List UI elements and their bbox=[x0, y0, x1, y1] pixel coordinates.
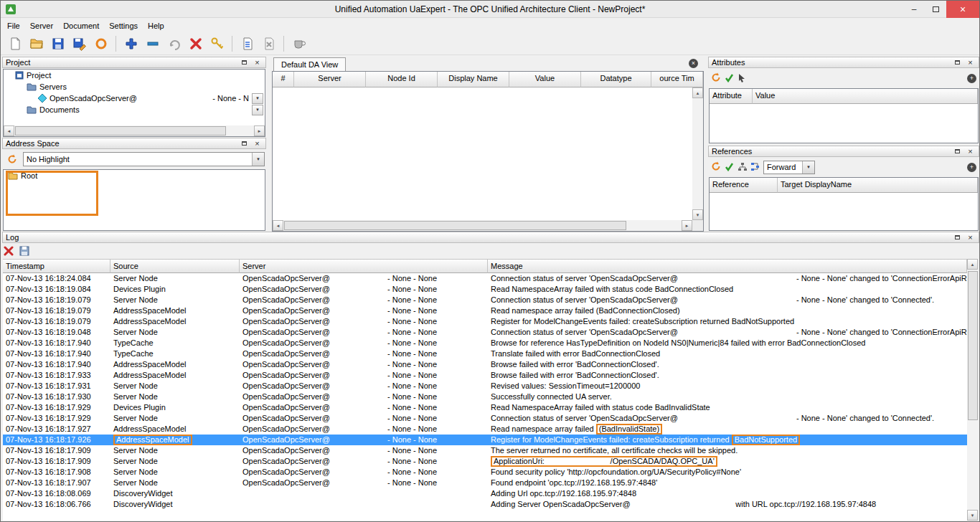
log-row[interactable]: 07-Nov-13 16:18:17.940 AddressSpaceModel… bbox=[3, 359, 967, 370]
log-row[interactable]: 07-Nov-13 16:18:17.909 Server Node OpenS… bbox=[3, 456, 967, 467]
column-header-sourcetime[interactable]: ource Tim bbox=[651, 72, 703, 87]
save-project-as-icon[interactable] bbox=[70, 34, 89, 53]
add-reference-icon[interactable]: + bbox=[967, 163, 976, 172]
add-document-icon[interactable] bbox=[237, 34, 257, 53]
menu-help[interactable]: Help bbox=[143, 20, 169, 32]
tree-item-server[interactable]: OpenScadaOpcServer@ - None - N ▼ bbox=[4, 92, 265, 104]
project-close-button[interactable]: × bbox=[252, 58, 263, 67]
column-header-attribute[interactable]: Attribute bbox=[710, 89, 753, 104]
attributes-close-button[interactable]: × bbox=[965, 58, 976, 67]
apply-check-icon[interactable] bbox=[725, 73, 734, 84]
column-header-value[interactable]: Value bbox=[509, 72, 581, 87]
project-hscrollbar[interactable]: ◄ ► bbox=[4, 125, 265, 136]
references-close-button[interactable]: × bbox=[965, 147, 976, 156]
log-row[interactable]: 07-Nov-13 16:18:19.079 AddressSpaceModel… bbox=[3, 305, 967, 316]
log-row[interactable]: 07-Nov-13 16:18:17.927 AddressSpaceModel… bbox=[3, 424, 967, 435]
log-row[interactable]: 07-Nov-13 16:18:17.930 Server Node OpenS… bbox=[3, 392, 967, 402]
log-row[interactable]: 07-Nov-13 16:18:24.084 Server Node OpenS… bbox=[3, 273, 967, 284]
log-row[interactable]: 07-Nov-13 16:18:19.079 AddressSpaceModel… bbox=[3, 316, 967, 327]
column-header-server[interactable]: Server bbox=[240, 259, 488, 273]
refresh-icon[interactable] bbox=[711, 161, 721, 173]
address-space-close-button[interactable]: × bbox=[252, 139, 263, 148]
scroll-right-icon[interactable]: ► bbox=[682, 220, 692, 231]
log-float-button[interactable] bbox=[952, 233, 963, 242]
menu-settings[interactable]: Settings bbox=[104, 20, 143, 32]
menu-server[interactable]: Server bbox=[25, 20, 58, 32]
log-row[interactable]: 07-Nov-13 16:18:17.931 Server Node OpenS… bbox=[3, 381, 967, 392]
column-header-value[interactable]: Value bbox=[753, 89, 978, 104]
hierarchy-icon[interactable] bbox=[738, 162, 747, 173]
chevron-down-icon[interactable]: ▼ bbox=[252, 105, 263, 115]
log-row[interactable]: 07-Nov-13 16:18:17.909 Server Node OpenS… bbox=[3, 445, 967, 456]
scroll-right-icon[interactable]: ► bbox=[254, 125, 265, 136]
tab-default-da-view[interactable]: Default DA View bbox=[273, 57, 346, 71]
maximize-button[interactable] bbox=[925, 1, 946, 18]
close-button[interactable]: × bbox=[946, 1, 979, 18]
log-row[interactable]: 07-Nov-13 16:18:17.929 Devices Plugin Op… bbox=[3, 402, 967, 413]
save-log-icon[interactable] bbox=[19, 246, 29, 257]
direction-combo[interactable]: Forward ▼ bbox=[763, 161, 815, 174]
new-document-icon[interactable] bbox=[5, 34, 24, 53]
highlight-combo[interactable]: No Highlight ▼ bbox=[23, 152, 265, 166]
tree-item-project[interactable]: Project bbox=[4, 70, 265, 81]
add-server-icon[interactable] bbox=[121, 34, 141, 53]
column-header-reference[interactable]: Reference bbox=[710, 178, 778, 193]
column-header-message[interactable]: Message bbox=[488, 259, 967, 273]
column-header-timestamp[interactable]: Timestamp bbox=[3, 259, 110, 273]
refresh-icon[interactable] bbox=[711, 72, 721, 84]
tree-item-documents[interactable]: Documents ▼ bbox=[4, 104, 265, 115]
scroll-down-icon[interactable]: ▼ bbox=[967, 510, 978, 521]
scroll-down-icon[interactable]: ▼ bbox=[692, 209, 703, 220]
log-row[interactable]: 07-Nov-13 16:18:17.940 TypeCache OpenSca… bbox=[3, 348, 967, 359]
call-method-icon[interactable] bbox=[289, 34, 308, 53]
refresh-icon[interactable] bbox=[4, 152, 21, 166]
menu-file[interactable]: File bbox=[2, 20, 25, 32]
log-row[interactable]: 07-Nov-13 16:18:17.908 Server Node OpenS… bbox=[3, 467, 967, 478]
da-hscrollbar[interactable]: ◄ ► bbox=[273, 220, 692, 231]
menu-document[interactable]: Document bbox=[58, 20, 104, 32]
scroll-left-icon[interactable]: ◄ bbox=[273, 220, 283, 231]
log-vscrollbar[interactable]: ▲ ▼ bbox=[967, 259, 979, 521]
log-row[interactable]: 07-Nov-13 16:18:17.907 Server Node OpenS… bbox=[3, 478, 967, 488]
remove-server-icon[interactable] bbox=[143, 34, 162, 53]
log-row[interactable]: 07-Nov-13 16:18:17.929 Server Node OpenS… bbox=[3, 413, 967, 424]
clear-log-icon[interactable] bbox=[4, 246, 14, 257]
column-header-server[interactable]: Server bbox=[294, 72, 366, 87]
reconnect-server-icon[interactable] bbox=[164, 34, 184, 53]
minimize-button[interactable]: – bbox=[903, 1, 925, 18]
log-row[interactable]: 07-Nov-13 16:18:17.933 AddressSpaceModel… bbox=[3, 370, 967, 381]
scroll-up-icon[interactable]: ▲ bbox=[967, 259, 978, 270]
column-header-source[interactable]: Source bbox=[110, 259, 240, 273]
column-header-index[interactable]: # bbox=[273, 72, 294, 87]
references-float-button[interactable] bbox=[952, 147, 963, 156]
log-close-button[interactable]: × bbox=[965, 233, 976, 242]
delete-red-icon[interactable] bbox=[186, 34, 205, 53]
log-row[interactable]: 07-Nov-13 16:18:06.766 DiscoveryWidget A… bbox=[3, 499, 967, 510]
log-row[interactable]: 07-Nov-13 16:18:19.079 Server Node OpenS… bbox=[3, 295, 967, 305]
stop-icon[interactable] bbox=[91, 34, 110, 53]
da-vscrollbar[interactable]: ▲ ▼ bbox=[692, 87, 703, 220]
tree-item-servers[interactable]: Servers bbox=[4, 81, 265, 92]
apply-check-icon[interactable] bbox=[725, 162, 734, 173]
open-project-icon[interactable] bbox=[27, 34, 46, 53]
address-space-float-button[interactable] bbox=[239, 139, 250, 148]
attributes-float-button[interactable] bbox=[952, 58, 963, 67]
log-row[interactable]: 07-Nov-13 16:18:17.940 TypeCache OpenSca… bbox=[3, 338, 967, 348]
scroll-left-icon[interactable]: ◄ bbox=[4, 125, 14, 136]
tree-item-root[interactable]: Root bbox=[4, 170, 265, 181]
scroll-up-icon[interactable]: ▲ bbox=[692, 87, 703, 98]
column-header-nodeid[interactable]: Node Id bbox=[366, 72, 438, 87]
remove-document-icon[interactable] bbox=[259, 34, 278, 53]
log-row[interactable]: 07-Nov-13 16:18:08.069 DiscoveryWidget A… bbox=[3, 488, 967, 499]
column-header-target-displayname[interactable]: Target DisplayName bbox=[778, 178, 978, 193]
add-attribute-icon[interactable]: + bbox=[967, 74, 976, 83]
column-header-datatype[interactable]: Datatype bbox=[581, 72, 651, 87]
certificates-key-icon[interactable] bbox=[207, 34, 227, 53]
log-row[interactable]: 07-Nov-13 16:18:17.926 AddressSpaceModel… bbox=[3, 435, 967, 445]
column-header-displayname[interactable]: Display Name bbox=[438, 72, 509, 87]
target-nodes-icon[interactable] bbox=[750, 162, 760, 173]
save-project-icon[interactable] bbox=[48, 34, 67, 53]
chevron-down-icon[interactable]: ▼ bbox=[252, 93, 263, 104]
log-row[interactable]: 07-Nov-13 16:18:19.084 Devices Plugin Op… bbox=[3, 284, 967, 295]
selection-cursor-icon[interactable] bbox=[738, 73, 747, 84]
